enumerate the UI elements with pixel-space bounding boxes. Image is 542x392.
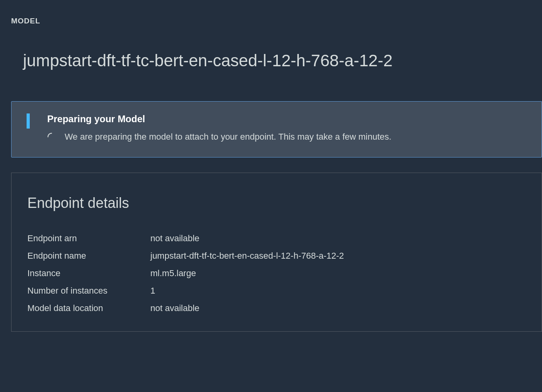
detail-value: jumpstart-dft-tf-tc-bert-en-cased-l-12-h… (150, 251, 526, 261)
detail-value: 1 (150, 286, 526, 296)
status-title: Preparing your Model (47, 113, 526, 125)
detail-label: Model data location (27, 303, 150, 313)
status-content: Preparing your Model We are preparing th… (27, 113, 526, 142)
detail-value: ml.m5.large (150, 268, 526, 279)
status-accent-bar (27, 113, 30, 129)
detail-label: Instance (27, 268, 150, 279)
status-banner: Preparing your Model We are preparing th… (11, 101, 542, 158)
detail-value: not available (150, 303, 526, 313)
endpoint-details-panel: Endpoint details Endpoint arn not availa… (11, 173, 542, 332)
status-message: We are preparing the model to attach to … (65, 132, 391, 142)
detail-label: Endpoint arn (27, 233, 150, 244)
status-message-row: We are preparing the model to attach to … (47, 132, 526, 142)
details-grid: Endpoint arn not available Endpoint name… (27, 233, 526, 313)
detail-label: Number of instances (27, 286, 150, 296)
model-detail-page: MODEL jumpstart-dft-tf-tc-bert-en-cased-… (0, 0, 542, 332)
page-title: jumpstart-dft-tf-tc-bert-en-cased-l-12-h… (0, 25, 542, 70)
details-heading: Endpoint details (27, 195, 526, 211)
detail-label: Endpoint name (27, 251, 150, 261)
detail-value: not available (150, 233, 526, 244)
loading-spinner-icon (47, 133, 56, 141)
section-label: MODEL (0, 0, 542, 25)
